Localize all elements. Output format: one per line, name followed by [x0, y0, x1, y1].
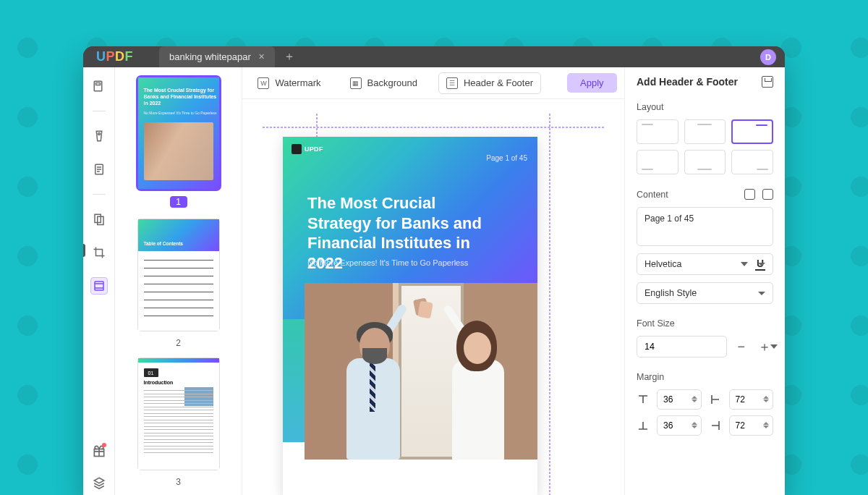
thumb1-photo [144, 122, 213, 180]
margin-bottom-input[interactable]: 36 [657, 415, 702, 436]
save-preset-icon[interactable] [762, 76, 773, 88]
properties-panel: Add Header & Footer Layout Content [624, 67, 785, 495]
gift-icon[interactable] [90, 442, 108, 460]
note-icon[interactable] [90, 161, 108, 178]
page-tools-toolbar: W Watermark ▦ Background ☰ Header & Foot… [242, 67, 624, 99]
font-size-label: Font Size [637, 318, 773, 329]
background-icon: ▦ [350, 77, 362, 89]
margin-left-icon [709, 393, 722, 406]
app-body: The Most Crucial Strategy for Banks and … [83, 67, 785, 495]
rail-separator [93, 194, 106, 195]
thumbnail-icon[interactable] [90, 77, 108, 95]
header-footer-icon: ☰ [446, 77, 458, 89]
layout-section-label: Layout [637, 102, 773, 112]
thumbnail-page-1[interactable]: The Most Crucial Strategy for Banks and … [138, 77, 219, 189]
underline-toggle-icon[interactable]: U [755, 258, 765, 271]
tool-watermark[interactable]: W Watermark [250, 72, 328, 94]
thumb1-sub: No More Expenses! It's Time to Go Paperl… [144, 111, 217, 115]
thumb2-number: 2 [125, 338, 231, 348]
font-select[interactable]: Helvetica U [637, 253, 773, 275]
avatar[interactable]: D [760, 49, 776, 65]
page-gradient-side [283, 319, 305, 442]
header-footer-tool-icon[interactable] [90, 277, 108, 295]
page-logo: UPDF [292, 144, 323, 154]
thumb3-text [144, 390, 213, 464]
tool-background-label: Background [367, 77, 417, 88]
pages-icon[interactable] [90, 211, 108, 228]
font-size-decrease[interactable]: − [733, 337, 750, 356]
page-subtitle: No More Expenses! It's Time to Go Paperl… [307, 258, 468, 267]
margin-left-input[interactable]: 72 [729, 389, 774, 410]
thumb3-title: Introduction [144, 380, 174, 385]
tab-strip: banking whitepapar ✕ ＋ [159, 46, 298, 67]
ocr-icon[interactable] [90, 127, 108, 145]
content-textarea[interactable]: Page 1 of 45 [637, 207, 773, 246]
crop-icon[interactable] [90, 244, 108, 261]
page-canvas[interactable]: UPDF Page 1 of 45 The Most Crucial Strat… [242, 99, 624, 495]
margin-top-icon [637, 393, 650, 406]
thumb3-num-box: 01 [144, 368, 158, 377]
margin-top-input[interactable]: 36 [657, 389, 702, 410]
apply-button[interactable]: Apply [567, 73, 617, 93]
content-section-label: Content [637, 189, 773, 200]
layout-bottom-right[interactable] [731, 150, 773, 174]
tool-header-footer[interactable]: ☰ Header & Footer [438, 72, 541, 94]
margin-right-input[interactable]: 72 [729, 415, 774, 436]
titlebar-right: D [760, 49, 776, 65]
thumbnail-panel: The Most Crucial Strategy for Banks and … [115, 67, 242, 495]
guide-right [549, 114, 550, 495]
layout-options [637, 119, 773, 174]
style-value: English Style [644, 288, 697, 298]
person-left [325, 315, 404, 460]
person-right [438, 315, 524, 460]
app-window: UPDF banking whitepapar ✕ ＋ D [83, 46, 785, 495]
thumb1-title: The Most Crucial Strategy for Banks and … [144, 88, 217, 106]
close-tab-icon[interactable]: ✕ [258, 52, 265, 62]
thumbnail-page-2[interactable]: Table of Contents [138, 219, 219, 331]
notification-dot [102, 443, 106, 447]
tab-label: banking whitepapar [169, 51, 251, 62]
thumbnail-page-3[interactable]: 01 Introduction [138, 358, 219, 470]
center-area: W Watermark ▦ Background ☰ Header & Foot… [242, 67, 624, 495]
rail-collapse-handle[interactable] [83, 244, 85, 257]
font-size-controls: 14 − ＋ [637, 336, 773, 358]
layout-top-center[interactable] [684, 119, 726, 144]
app-logo: UPDF [96, 49, 133, 64]
font-value: Helvetica [644, 259, 681, 269]
page-indicator: Page 1 of 45 [486, 154, 527, 162]
page-preview: UPDF Page 1 of 45 The Most Crucial Strat… [283, 137, 537, 495]
insert-date-icon[interactable] [744, 189, 755, 200]
tool-background[interactable]: ▦ Background [342, 72, 425, 94]
margin-right-icon [709, 419, 722, 432]
margin-controls: 36 72 36 72 [637, 389, 773, 436]
layers-icon[interactable] [90, 474, 108, 491]
svg-point-2 [98, 133, 100, 135]
rail-separator [93, 111, 106, 111]
tool-watermark-label: Watermark [275, 77, 320, 88]
thumb2-title: Table of Contents [144, 241, 183, 246]
titlebar: UPDF banking whitepapar ✕ ＋ D [83, 46, 785, 67]
new-tab-button[interactable]: ＋ [281, 48, 298, 66]
watermark-icon: W [258, 77, 269, 89]
font-size-input[interactable]: 14 [637, 336, 727, 358]
insert-page-icon[interactable] [762, 189, 773, 200]
content-value: Page 1 of 45 [644, 213, 694, 224]
layout-top-right[interactable] [731, 119, 773, 144]
tab-document[interactable]: banking whitepapar ✕ [159, 46, 275, 67]
thumb3-number: 3 [125, 477, 231, 487]
margin-bottom-icon [637, 419, 650, 432]
thumb2-lines [144, 260, 213, 323]
layout-bottom-left[interactable] [637, 150, 678, 174]
apply-label: Apply [580, 77, 604, 88]
layout-top-left[interactable] [637, 119, 678, 144]
tool-header-footer-label: Header & Footer [464, 77, 533, 88]
svg-rect-6 [95, 282, 103, 290]
layout-bottom-center[interactable] [684, 150, 726, 174]
margin-label: Margin [637, 372, 773, 382]
guide-top [263, 127, 604, 128]
style-select[interactable]: English Style [637, 282, 773, 304]
svg-rect-1 [95, 83, 100, 85]
thumb1-number: 1 [170, 196, 187, 208]
left-rail [83, 67, 115, 495]
panel-title: Add Header & Footer [637, 76, 773, 88]
